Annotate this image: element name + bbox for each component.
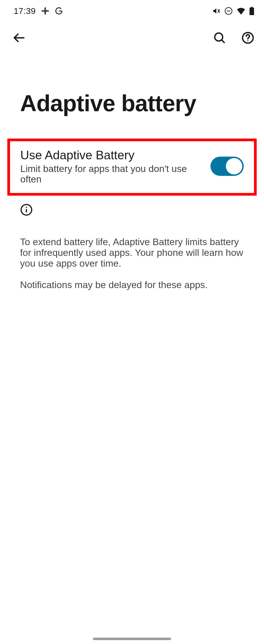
svg-line-6: [222, 40, 224, 43]
description-p1: To extend battery life, Adaptive Battery…: [20, 236, 244, 269]
status-bar: 17:39: [0, 0, 264, 22]
svg-point-8: [247, 40, 248, 41]
setting-title: Use Adaptive Battery: [20, 148, 201, 162]
adaptive-battery-setting[interactable]: Use Adaptive Battery Limit battery for a…: [7, 138, 257, 196]
switch-thumb: [226, 158, 242, 174]
mute-icon: [212, 7, 220, 15]
page-title: Adaptive battery: [0, 54, 264, 131]
info-icon: [20, 213, 33, 217]
svg-rect-3: [251, 7, 252, 8]
help-icon[interactable]: [240, 30, 256, 46]
setting-text: Use Adaptive Battery Limit battery for a…: [20, 148, 201, 185]
status-time: 17:39: [14, 6, 36, 16]
svg-rect-2: [249, 8, 254, 15]
adaptive-battery-toggle[interactable]: [210, 156, 244, 176]
pinwheel-icon: [41, 7, 49, 15]
svg-point-11: [26, 206, 27, 208]
description-block: To extend battery life, Adaptive Battery…: [0, 217, 264, 290]
status-left: 17:39: [14, 6, 63, 16]
status-right: [212, 7, 254, 15]
search-icon[interactable]: [212, 30, 227, 46]
navigation-bar-handle[interactable]: [93, 638, 171, 640]
dnd-icon: [224, 7, 233, 15]
wifi-icon: [237, 7, 245, 15]
google-g-icon: [55, 7, 63, 15]
back-arrow-icon[interactable]: [11, 30, 27, 46]
setting-subtitle: Limit battery for apps that you don't us…: [20, 164, 201, 185]
info-icon-row: [0, 198, 264, 217]
description-p2: Notifications may be delayed for these a…: [20, 280, 244, 290]
app-bar: [0, 22, 264, 54]
battery-icon: [249, 7, 254, 15]
